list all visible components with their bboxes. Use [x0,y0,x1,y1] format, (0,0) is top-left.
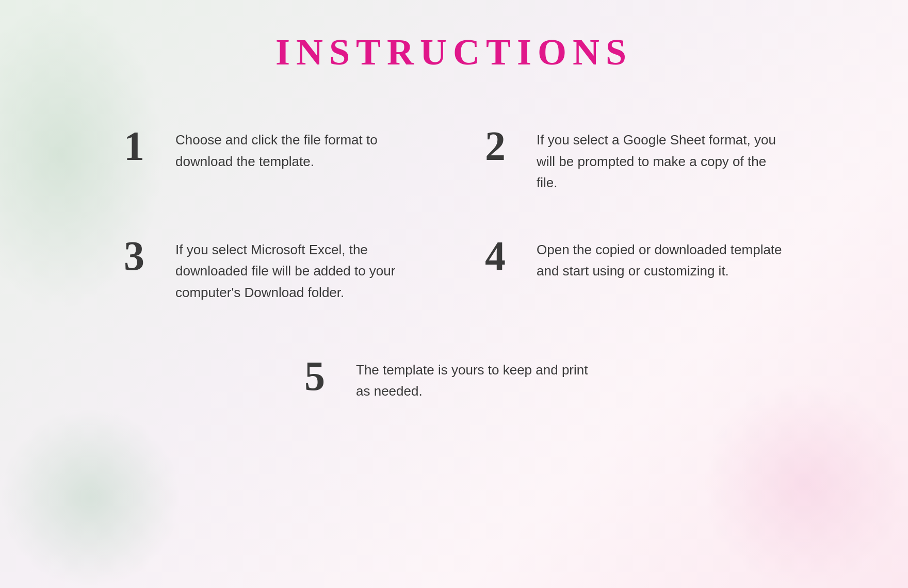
step-5-text: The template is yours to keep and print … [356,355,604,402]
step-2: 2 If you select a Google Sheet format, y… [454,105,815,215]
step-4-number: 4 [485,235,521,276]
step-4-text: Open the copied or downloaded template a… [537,235,784,282]
step-3-text: If you select Microsoft Excel, the downl… [175,235,423,304]
step-2-text: If you select a Google Sheet format, you… [537,125,784,194]
step-1-number: 1 [124,125,160,167]
step-1-text: Choose and click the file format to down… [175,125,423,172]
step-2-number: 2 [485,125,521,167]
step-5-number: 5 [304,355,340,397]
step-5: 5 The template is yours to keep and prin… [273,335,635,423]
step-3-number: 3 [124,235,160,276]
page-container: INSTRUCTIONS 1 Choose and click the file… [0,0,908,588]
step-1: 1 Choose and click the file format to do… [93,105,454,215]
step-3: 3 If you select Microsoft Excel, the dow… [93,215,454,324]
page-title: INSTRUCTIONS [275,31,633,74]
step-5-row: 5 The template is yours to keep and prin… [93,335,815,423]
steps-grid: 1 Choose and click the file format to do… [93,105,815,324]
step-4: 4 Open the copied or downloaded template… [454,215,815,324]
